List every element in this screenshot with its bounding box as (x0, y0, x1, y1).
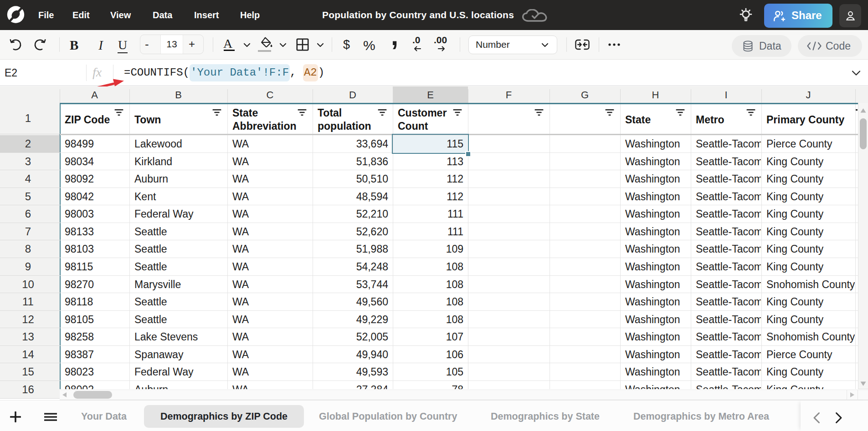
svg-text:,: , (391, 39, 398, 51)
